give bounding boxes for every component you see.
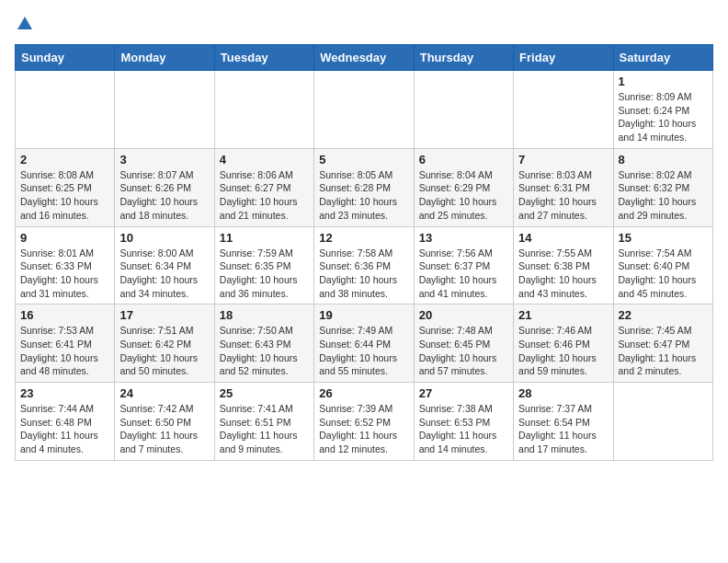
calendar-cell: 9Sunrise: 8:01 AM Sunset: 6:33 PM Daylig… xyxy=(16,226,115,304)
day-info: Sunrise: 7:45 AM Sunset: 6:47 PM Dayligh… xyxy=(619,324,708,378)
calendar-cell: 3Sunrise: 8:07 AM Sunset: 6:26 PM Daylig… xyxy=(115,148,214,226)
day-info: Sunrise: 7:56 AM Sunset: 6:37 PM Dayligh… xyxy=(419,247,508,301)
day-info: Sunrise: 8:04 AM Sunset: 6:29 PM Dayligh… xyxy=(419,168,508,223)
day-number: 8 xyxy=(619,153,708,167)
calendar-cell: 18Sunrise: 7:50 AM Sunset: 6:43 PM Dayli… xyxy=(214,304,313,383)
calendar-cell: 7Sunrise: 8:03 AM Sunset: 6:31 PM Daylig… xyxy=(514,148,613,226)
day-number: 24 xyxy=(119,386,209,400)
day-info: Sunrise: 7:38 AM Sunset: 6:53 PM Dayligh… xyxy=(419,402,508,456)
day-info: Sunrise: 8:07 AM Sunset: 6:26 PM Dayligh… xyxy=(119,168,209,223)
calendar-cell: 5Sunrise: 8:05 AM Sunset: 6:28 PM Daylig… xyxy=(314,148,414,226)
day-number: 27 xyxy=(419,386,508,400)
day-info: Sunrise: 8:06 AM Sunset: 6:27 PM Dayligh… xyxy=(220,168,309,223)
calendar-cell xyxy=(115,71,214,149)
day-number: 28 xyxy=(518,386,608,400)
day-number: 9 xyxy=(20,231,109,245)
day-info: Sunrise: 8:08 AM Sunset: 6:25 PM Dayligh… xyxy=(20,168,109,223)
page-header xyxy=(15,15,713,35)
calendar-cell: 16Sunrise: 7:53 AM Sunset: 6:41 PM Dayli… xyxy=(16,304,115,383)
calendar-cell: 22Sunrise: 7:45 AM Sunset: 6:47 PM Dayli… xyxy=(613,304,712,383)
logo-icon xyxy=(17,15,33,31)
weekday-header: Thursday xyxy=(414,45,513,71)
calendar-cell: 24Sunrise: 7:42 AM Sunset: 6:50 PM Dayli… xyxy=(115,383,214,461)
calendar-cell: 28Sunrise: 7:37 AM Sunset: 6:54 PM Dayli… xyxy=(514,383,613,461)
weekday-header: Tuesday xyxy=(214,45,313,71)
day-info: Sunrise: 7:39 AM Sunset: 6:52 PM Dayligh… xyxy=(319,402,408,456)
weekday-header: Saturday xyxy=(613,45,712,71)
day-info: Sunrise: 8:09 AM Sunset: 6:24 PM Dayligh… xyxy=(619,90,708,144)
calendar-cell: 4Sunrise: 8:06 AM Sunset: 6:27 PM Daylig… xyxy=(214,148,313,226)
day-number: 15 xyxy=(619,231,708,245)
day-number: 5 xyxy=(319,153,408,167)
calendar-header-row: SundayMondayTuesdayWednesdayThursdayFrid… xyxy=(16,45,713,71)
day-info: Sunrise: 7:50 AM Sunset: 6:43 PM Dayligh… xyxy=(220,324,309,378)
calendar-cell: 19Sunrise: 7:49 AM Sunset: 6:44 PM Dayli… xyxy=(314,304,414,383)
calendar-cell xyxy=(514,71,613,149)
calendar-cell: 11Sunrise: 7:59 AM Sunset: 6:35 PM Dayli… xyxy=(214,226,313,304)
day-number: 22 xyxy=(619,308,708,322)
weekday-header: Monday xyxy=(115,45,214,71)
calendar-cell: 10Sunrise: 8:00 AM Sunset: 6:34 PM Dayli… xyxy=(115,226,214,304)
calendar-week-row: 16Sunrise: 7:53 AM Sunset: 6:41 PM Dayli… xyxy=(16,304,713,383)
day-number: 18 xyxy=(220,308,309,322)
calendar-cell: 20Sunrise: 7:48 AM Sunset: 6:45 PM Dayli… xyxy=(414,304,513,383)
day-info: Sunrise: 7:42 AM Sunset: 6:50 PM Dayligh… xyxy=(119,402,209,456)
day-number: 12 xyxy=(319,231,408,245)
day-info: Sunrise: 7:51 AM Sunset: 6:42 PM Dayligh… xyxy=(119,324,209,378)
weekday-header: Sunday xyxy=(16,45,115,71)
calendar-week-row: 23Sunrise: 7:44 AM Sunset: 6:48 PM Dayli… xyxy=(16,383,713,461)
calendar-cell: 2Sunrise: 8:08 AM Sunset: 6:25 PM Daylig… xyxy=(16,148,115,226)
day-info: Sunrise: 8:03 AM Sunset: 6:31 PM Dayligh… xyxy=(518,168,608,223)
day-number: 4 xyxy=(220,153,309,167)
day-info: Sunrise: 7:49 AM Sunset: 6:44 PM Dayligh… xyxy=(319,324,408,378)
day-number: 3 xyxy=(119,153,209,167)
day-info: Sunrise: 8:02 AM Sunset: 6:32 PM Dayligh… xyxy=(619,168,708,223)
calendar-cell: 25Sunrise: 7:41 AM Sunset: 6:51 PM Dayli… xyxy=(214,383,313,461)
calendar-cell: 13Sunrise: 7:56 AM Sunset: 6:37 PM Dayli… xyxy=(414,226,513,304)
calendar-cell xyxy=(314,71,414,149)
logo xyxy=(15,15,33,35)
calendar-cell: 6Sunrise: 8:04 AM Sunset: 6:29 PM Daylig… xyxy=(414,148,513,226)
day-info: Sunrise: 7:44 AM Sunset: 6:48 PM Dayligh… xyxy=(20,402,109,456)
calendar-cell xyxy=(16,71,115,149)
day-info: Sunrise: 7:53 AM Sunset: 6:41 PM Dayligh… xyxy=(20,324,109,378)
day-number: 6 xyxy=(419,153,508,167)
day-number: 14 xyxy=(518,231,608,245)
day-number: 16 xyxy=(20,308,109,322)
calendar-week-row: 1Sunrise: 8:09 AM Sunset: 6:24 PM Daylig… xyxy=(16,71,713,149)
day-number: 2 xyxy=(20,153,109,167)
calendar-cell: 15Sunrise: 7:54 AM Sunset: 6:40 PM Dayli… xyxy=(613,226,712,304)
calendar-cell: 17Sunrise: 7:51 AM Sunset: 6:42 PM Dayli… xyxy=(115,304,214,383)
day-number: 17 xyxy=(119,308,209,322)
calendar-week-row: 2Sunrise: 8:08 AM Sunset: 6:25 PM Daylig… xyxy=(16,148,713,226)
calendar-cell: 27Sunrise: 7:38 AM Sunset: 6:53 PM Dayli… xyxy=(414,383,513,461)
day-info: Sunrise: 7:48 AM Sunset: 6:45 PM Dayligh… xyxy=(419,324,508,378)
calendar-cell: 26Sunrise: 7:39 AM Sunset: 6:52 PM Dayli… xyxy=(314,383,414,461)
day-info: Sunrise: 7:46 AM Sunset: 6:46 PM Dayligh… xyxy=(518,324,608,378)
day-number: 21 xyxy=(518,308,608,322)
calendar-cell: 21Sunrise: 7:46 AM Sunset: 6:46 PM Dayli… xyxy=(514,304,613,383)
weekday-header: Wednesday xyxy=(314,45,414,71)
calendar-cell xyxy=(214,71,313,149)
calendar-cell: 23Sunrise: 7:44 AM Sunset: 6:48 PM Dayli… xyxy=(16,383,115,461)
day-info: Sunrise: 7:55 AM Sunset: 6:38 PM Dayligh… xyxy=(518,247,608,301)
calendar-cell xyxy=(414,71,513,149)
day-info: Sunrise: 7:54 AM Sunset: 6:40 PM Dayligh… xyxy=(619,247,708,301)
calendar-cell: 1Sunrise: 8:09 AM Sunset: 6:24 PM Daylig… xyxy=(613,71,712,149)
day-number: 10 xyxy=(119,231,209,245)
svg-marker-0 xyxy=(17,17,32,29)
calendar-cell: 14Sunrise: 7:55 AM Sunset: 6:38 PM Dayli… xyxy=(514,226,613,304)
calendar-cell: 8Sunrise: 8:02 AM Sunset: 6:32 PM Daylig… xyxy=(613,148,712,226)
day-number: 26 xyxy=(319,386,408,400)
day-number: 7 xyxy=(518,153,608,167)
day-info: Sunrise: 7:58 AM Sunset: 6:36 PM Dayligh… xyxy=(319,247,408,301)
day-number: 11 xyxy=(220,231,309,245)
day-number: 25 xyxy=(220,386,309,400)
calendar-cell xyxy=(613,383,712,461)
day-number: 1 xyxy=(619,75,708,88)
day-info: Sunrise: 7:37 AM Sunset: 6:54 PM Dayligh… xyxy=(518,402,608,456)
day-number: 19 xyxy=(319,308,408,322)
day-info: Sunrise: 7:41 AM Sunset: 6:51 PM Dayligh… xyxy=(220,402,309,456)
weekday-header: Friday xyxy=(514,45,613,71)
day-info: Sunrise: 8:05 AM Sunset: 6:28 PM Dayligh… xyxy=(319,168,408,223)
